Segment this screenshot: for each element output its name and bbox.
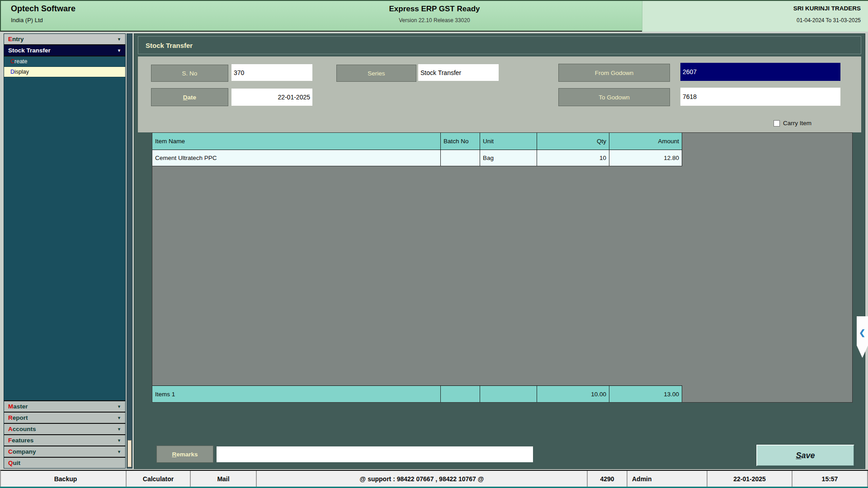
sidebar-menu-report[interactable]: Report ▼ — [4, 412, 125, 423]
sno-label: S. No — [151, 65, 228, 82]
remarks-label: Remarks — [156, 446, 213, 463]
table-header-row: Item NameBatch NoUnitQtyAmount — [152, 133, 682, 150]
company-block: SRI KURINJI TRADERS 01-04-2024 To 31-03-… — [642, 1, 868, 32]
series-label: Series — [336, 65, 416, 82]
sidebar-menu-report-label: Report — [8, 414, 28, 421]
calculator-button[interactable]: Calculator — [127, 471, 191, 487]
table-body: Cement Ultratech PPCBag1012.80 — [152, 150, 682, 166]
sidebar-bottom-menus: Master ▼ Report ▼ Accounts ▼ Features ▼ … — [4, 400, 125, 468]
product-version: Version 22.10 Release 33020 — [389, 17, 480, 23]
app-window: Optech Software India (P) Ltd Express ER… — [0, 0, 868, 488]
chevron-down-icon: ▼ — [117, 404, 121, 409]
status-bar: Backup Calculator Mail @ support : 98422… — [0, 470, 868, 487]
sidebar-menu-company-label: Company — [8, 448, 36, 455]
mail-button[interactable]: Mail — [191, 471, 257, 487]
sno-input[interactable] — [231, 64, 312, 81]
sidebar-menu-accounts[interactable]: Accounts ▼ — [4, 423, 125, 434]
items-table: Item NameBatch NoUnitQtyAmount Cement Ul… — [152, 132, 853, 403]
date-input[interactable] — [231, 89, 312, 106]
carry-item-label: Carry Item — [783, 120, 811, 127]
vendor-subtitle: India (P) Ltd — [11, 17, 75, 23]
column-header-2: Unit — [480, 133, 537, 150]
carry-item-checkbox[interactable]: Carry Item — [774, 120, 811, 127]
sidebar-menu-features-label: Features — [8, 437, 33, 444]
series-input[interactable] — [418, 64, 499, 81]
save-button[interactable]: Save — [756, 445, 854, 466]
to-godown-input[interactable] — [680, 88, 840, 106]
chevron-down-icon: ▼ — [117, 450, 121, 454]
voucher-form: S. No Series From Godown Date To Godown … — [138, 56, 861, 132]
backup-button[interactable]: Backup — [5, 471, 127, 487]
sidebar: Entry ▼ Stock Transfer ▼ Create Display … — [4, 33, 126, 469]
footer-cell-2 — [480, 386, 537, 402]
row0-cell-4[interactable]: 12.80 — [609, 150, 682, 166]
sidebar-menu-quit-label: Quit — [8, 460, 20, 466]
from-godown-label: From Godown — [558, 64, 670, 82]
sidebar-menu-stock-transfer[interactable]: Stock Transfer ▼ — [4, 45, 125, 56]
sidebar-menu-entry-label: Entry — [8, 36, 24, 42]
chevron-left-icon: ❮ — [859, 328, 865, 338]
vendor-name: Optech Software — [11, 4, 75, 14]
page-title-bar: Stock Transfer — [138, 36, 861, 54]
chevron-down-icon: ▼ — [117, 416, 121, 420]
sidebar-scrollbar — [127, 33, 132, 469]
column-header-3: Qty — [537, 133, 609, 150]
sidebar-menu-company[interactable]: Company ▼ — [4, 446, 125, 457]
page-title: Stock Transfer — [146, 42, 193, 49]
sidebar-item-create-label: Create — [10, 58, 28, 65]
financial-year: 01-04-2024 To 31-03-2025 — [642, 17, 861, 23]
sidebar-scrollbar-thumb[interactable] — [127, 440, 132, 467]
sidebar-menu-features[interactable]: Features ▼ — [4, 434, 125, 446]
row0-cell-2[interactable]: Bag — [480, 150, 537, 166]
chevron-down-icon: ▼ — [117, 427, 121, 432]
save-button-label: Save — [796, 451, 815, 460]
remarks-input[interactable] — [217, 446, 533, 462]
chevron-down-icon: ▼ — [117, 37, 121, 42]
status-number: 4290 — [588, 471, 627, 487]
status-date: 22-01-2025 — [708, 471, 793, 487]
sidebar-menu-accounts-label: Accounts — [8, 426, 36, 432]
product-block: Express ERP GST Ready Version 22.10 Rele… — [389, 5, 480, 23]
sidebar-menu-quit[interactable]: Quit — [4, 457, 125, 468]
chevron-down-icon: ▼ — [117, 48, 121, 53]
vendor-block: Optech Software India (P) Ltd — [11, 4, 75, 23]
sidebar-item-display[interactable]: Display — [4, 67, 125, 77]
checkbox-icon — [774, 120, 780, 127]
sidebar-menu-stock-transfer-label: Stock Transfer — [8, 47, 51, 54]
main-panel: Stock Transfer S. No Series From Godown … — [134, 33, 865, 469]
sidebar-item-create[interactable]: Create — [4, 56, 125, 67]
company-name: SRI KURINJI TRADERS — [642, 5, 861, 12]
status-time: 15:57 — [793, 471, 868, 487]
to-godown-label: To Godown — [558, 88, 670, 106]
sidebar-menu-entry[interactable]: Entry ▼ — [4, 34, 125, 45]
table-footer-row: Items 110.0013.00 — [152, 385, 682, 402]
row0-cell-3[interactable]: 10 — [537, 150, 609, 166]
row0-cell-1[interactable] — [441, 150, 480, 166]
footer-cell-4: 13.00 — [609, 386, 682, 402]
chevron-down-icon: ▼ — [117, 438, 121, 443]
footer-cell-3: 10.00 — [537, 386, 609, 402]
sidebar-item-display-label: Display — [10, 69, 29, 75]
date-label: Date — [151, 88, 228, 106]
sidebar-menu-master[interactable]: Master ▼ — [4, 400, 125, 412]
app-header: Optech Software India (P) Ltd Express ER… — [0, 0, 868, 32]
column-header-4: Amount — [609, 133, 682, 150]
column-header-0: Item Name — [152, 133, 441, 150]
from-godown-input[interactable] — [680, 63, 840, 81]
product-title: Express ERP GST Ready — [389, 5, 480, 14]
status-user: Admin — [627, 471, 708, 487]
sidebar-menu-master-label: Master — [8, 403, 28, 410]
footer-cell-0: Items 1 — [152, 386, 441, 402]
support-contact: @ support : 98422 07667 , 98422 10767 @ — [257, 471, 588, 487]
footer-cell-1 — [441, 386, 480, 402]
column-header-1: Batch No — [441, 133, 480, 150]
row0-cell-0[interactable]: Cement Ultratech PPC — [152, 150, 441, 166]
table-row-0[interactable]: Cement Ultratech PPCBag1012.80 — [152, 150, 682, 166]
